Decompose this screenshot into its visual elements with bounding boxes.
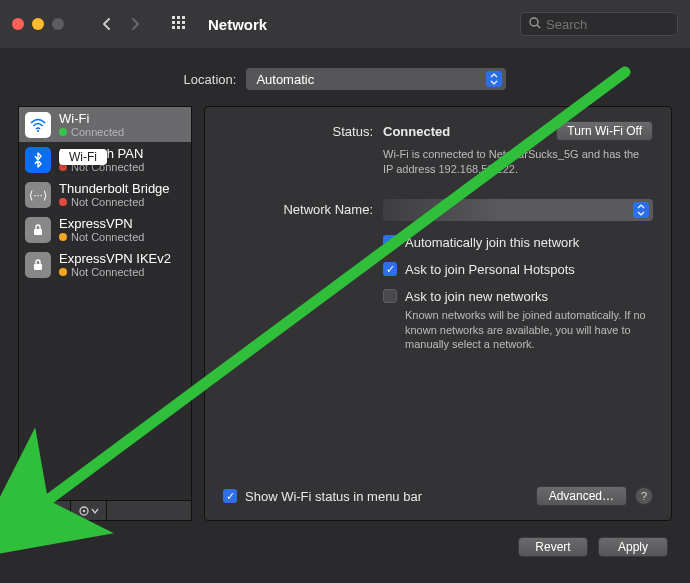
add-service-button[interactable]: + — [19, 501, 45, 520]
location-select[interactable]: Automatic — [246, 68, 506, 90]
lock-icon — [25, 252, 51, 278]
show-menu-bar-label: Show Wi-Fi status in menu bar — [245, 489, 422, 504]
svg-rect-0 — [172, 16, 175, 19]
network-name-label: Network Name: — [223, 202, 373, 217]
zoom-window-button[interactable] — [52, 18, 64, 30]
service-status: Connected — [71, 126, 124, 138]
service-status: Not Connected — [71, 266, 144, 278]
checkbox-checked-icon: ✓ — [383, 235, 397, 249]
details-panel: Status: Connected Turn Wi-Fi Off Wi-Fi i… — [204, 106, 672, 521]
svg-point-9 — [530, 18, 538, 26]
service-expressvpn-ikev2[interactable]: ExpressVPN IKEv2 Not Connected — [19, 247, 191, 282]
svg-rect-12 — [34, 229, 42, 235]
service-status: Not Connected — [71, 196, 144, 208]
bluetooth-icon — [25, 147, 51, 173]
apply-button[interactable]: Apply — [598, 537, 668, 557]
wifi-icon — [25, 112, 51, 138]
service-expressvpn[interactable]: ExpressVPN Not Connected — [19, 212, 191, 247]
service-name: Thunderbolt Bridge — [59, 181, 185, 196]
toggle-wifi-button[interactable]: Turn Wi-Fi Off — [556, 121, 653, 141]
forward-button[interactable] — [122, 9, 148, 40]
service-name: ExpressVPN — [59, 216, 185, 231]
service-wifi[interactable]: Wi-Fi Connected — [19, 107, 191, 142]
service-name: Wi-Fi — [59, 111, 185, 126]
svg-rect-3 — [172, 21, 175, 24]
select-arrows-icon — [633, 202, 649, 218]
thunderbolt-icon: ⟨···⟩ — [25, 182, 51, 208]
titlebar: Network — [0, 0, 690, 48]
minimize-window-button[interactable] — [32, 18, 44, 30]
status-dot-icon — [59, 198, 67, 206]
status-dot-icon — [59, 128, 67, 136]
ask-new-checkbox-row[interactable]: Ask to join new networks — [383, 289, 653, 304]
revert-button[interactable]: Revert — [518, 537, 588, 557]
svg-rect-2 — [182, 16, 185, 19]
advanced-button[interactable]: Advanced… — [536, 486, 627, 506]
svg-point-15 — [82, 509, 85, 512]
service-status: Not Connected — [71, 231, 144, 243]
lock-icon — [25, 217, 51, 243]
ask-hotspot-checkbox-row[interactable]: ✓ Ask to join Personal Hotspots — [383, 262, 653, 277]
service-action-menu[interactable] — [71, 501, 107, 520]
ask-new-description: Known networks will be joined automatica… — [405, 308, 653, 353]
svg-rect-1 — [177, 16, 180, 19]
svg-point-11 — [37, 130, 39, 132]
svg-rect-13 — [34, 264, 42, 270]
window-title: Network — [208, 16, 267, 33]
search-field[interactable] — [520, 12, 678, 36]
location-label: Location: — [184, 72, 237, 87]
tooltip: Wi-Fi — [59, 149, 107, 165]
remove-service-button[interactable]: − — [45, 501, 71, 520]
show-menu-bar-checkbox-row[interactable]: ✓ Show Wi-Fi status in menu bar — [223, 489, 422, 504]
status-description: Wi-Fi is connected to NetgearSucks_5G an… — [383, 147, 643, 177]
svg-line-10 — [537, 25, 540, 28]
ask-hotspot-label: Ask to join Personal Hotspots — [405, 262, 575, 277]
help-button[interactable]: ? — [635, 487, 653, 505]
checkbox-unchecked-icon — [383, 289, 397, 303]
auto-join-checkbox-row[interactable]: ✓ Automatically join this network — [383, 235, 653, 250]
traffic-lights — [12, 18, 64, 30]
checkbox-checked-icon: ✓ — [383, 262, 397, 276]
svg-rect-8 — [182, 26, 185, 29]
svg-rect-6 — [172, 26, 175, 29]
status-value: Connected — [383, 124, 450, 139]
checkbox-checked-icon: ✓ — [223, 489, 237, 503]
svg-rect-7 — [177, 26, 180, 29]
close-window-button[interactable] — [12, 18, 24, 30]
select-arrows-icon — [486, 71, 502, 87]
svg-rect-4 — [177, 21, 180, 24]
service-sidebar: Wi-Fi Connected Bluetooth PAN Not Connec… — [18, 106, 192, 521]
ask-new-label: Ask to join new networks — [405, 289, 548, 304]
show-all-button[interactable] — [172, 16, 188, 32]
location-value: Automatic — [256, 72, 314, 87]
service-name: ExpressVPN IKEv2 — [59, 251, 185, 266]
auto-join-label: Automatically join this network — [405, 235, 579, 250]
service-thunderbolt-bridge[interactable]: ⟨···⟩ Thunderbolt Bridge Not Connected — [19, 177, 191, 212]
status-label: Status: — [223, 124, 373, 139]
back-button[interactable] — [94, 9, 120, 40]
status-dot-icon — [59, 268, 67, 276]
network-name-select[interactable] — [383, 199, 653, 221]
service-list[interactable]: Wi-Fi Connected Bluetooth PAN Not Connec… — [18, 106, 192, 501]
search-icon — [529, 17, 541, 32]
svg-rect-5 — [182, 21, 185, 24]
status-dot-icon — [59, 233, 67, 241]
search-input[interactable] — [546, 17, 669, 32]
